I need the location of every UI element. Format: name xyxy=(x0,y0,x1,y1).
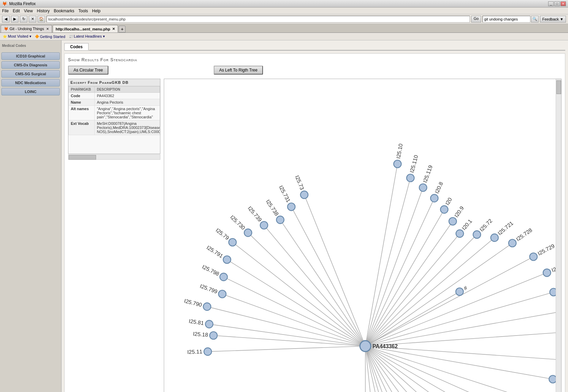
tree-node[interactable] xyxy=(491,234,498,241)
tree-node[interactable] xyxy=(260,221,268,229)
tab-codes[interactable]: Codes xyxy=(64,43,89,50)
tab-present-close[interactable]: ✕ xyxy=(112,27,115,31)
pharmgkb-container: Excerpt From PharmGKB DB PHARMGKB DESCRI… xyxy=(68,79,160,154)
tree-node[interactable] xyxy=(456,288,463,296)
tree-node[interactable] xyxy=(456,230,463,237)
tab-git-close[interactable]: ✕ xyxy=(46,27,49,31)
tree-node[interactable] xyxy=(223,256,231,263)
menu-edit[interactable]: Edit xyxy=(13,9,20,13)
latest-headlines-icon: 📰 xyxy=(69,35,73,38)
left-right-tree-button[interactable]: As Left To Rigth Tree xyxy=(214,66,263,75)
tree-node[interactable] xyxy=(210,332,217,339)
bookmark-most-visited[interactable]: ⭐ Most Visited ▾ xyxy=(3,34,31,39)
tree-node[interactable] xyxy=(449,218,457,225)
pharmgkb-key: Name xyxy=(69,99,95,106)
stop-button[interactable]: ✕ xyxy=(29,16,36,23)
node-label: I25.81 xyxy=(188,318,204,326)
feedback-button[interactable]: Feedback ▼ xyxy=(540,16,566,23)
tree-node[interactable] xyxy=(301,191,308,198)
tree-node[interactable] xyxy=(419,184,427,191)
node-label: I25.721 xyxy=(497,220,514,236)
node-label: I25.10 xyxy=(395,143,404,159)
tree-node[interactable] xyxy=(220,273,227,280)
menu-tools[interactable]: Tools xyxy=(78,9,88,13)
tree-node[interactable] xyxy=(473,231,480,238)
menu-bookmarks[interactable]: Bookmarks xyxy=(54,9,74,13)
bookmark-latest-headlines[interactable]: 📰 Latest Headlines ▾ xyxy=(69,34,105,39)
tree-node[interactable] xyxy=(219,290,226,298)
node-label: I25.728 xyxy=(515,227,533,242)
tree-node[interactable] xyxy=(276,216,284,223)
tree-scrollbar-v[interactable] xyxy=(556,79,561,392)
pharmgkb-key: Ext Vocab xyxy=(69,120,95,135)
sidebar-item-ndc[interactable]: NDC Medications xyxy=(1,79,60,87)
tree-node[interactable] xyxy=(204,348,211,355)
tree-node[interactable] xyxy=(508,239,516,247)
sidebar-item-cms-dx[interactable]: CMS-Dx Diagnosis xyxy=(1,61,60,69)
menubar: File Edit View History Bookmarks Tools H… xyxy=(0,8,568,14)
node-label: I25.738 xyxy=(265,198,280,217)
tree-node[interactable] xyxy=(229,238,236,246)
tree-edge xyxy=(264,225,365,346)
address-text: localhost/medicalcodes/src/present_menu.… xyxy=(48,17,126,21)
menu-help[interactable]: Help xyxy=(92,9,101,13)
tree-node[interactable] xyxy=(206,320,213,328)
node-label: I25.730 xyxy=(229,214,246,231)
center-node[interactable] xyxy=(360,341,371,352)
node-label: I25.799 xyxy=(199,283,219,295)
menu-view[interactable]: View xyxy=(24,9,33,13)
sidebar-item-cms-sg[interactable]: CMS-SG Surgical xyxy=(1,70,60,78)
tree-edge xyxy=(280,220,365,346)
node-label: I25.110 xyxy=(409,154,419,173)
sidebar-item-loinc[interactable]: LOINC xyxy=(1,88,60,95)
node-label: I25.18 xyxy=(193,331,208,338)
tree-node[interactable] xyxy=(244,229,252,236)
node-label: I20 xyxy=(444,197,453,206)
pharmgkb-scrollbar-h[interactable] xyxy=(68,154,160,160)
tree-edge xyxy=(365,346,530,392)
tree-edge xyxy=(222,294,365,346)
menu-history[interactable]: History xyxy=(37,9,50,13)
tree-node[interactable] xyxy=(203,303,211,310)
reload-button[interactable]: ↻ xyxy=(20,16,27,23)
node-label: I25.790 xyxy=(184,298,203,308)
toolbar: ◀ ▶ ↻ ✕ 🏠 localhost/medicalcodes/src/pre… xyxy=(0,14,568,24)
tree-edge xyxy=(213,336,365,346)
tab-present[interactable]: http://localho...sent_menu.php ✕ xyxy=(53,25,118,32)
window-controls[interactable]: _ □ ✕ xyxy=(548,1,566,6)
forward-button[interactable]: ▶ xyxy=(11,16,18,23)
pharmgkb-value: PA443362 xyxy=(95,93,160,99)
minimize-button[interactable]: _ xyxy=(548,1,554,6)
tabs-bar: 🦊 Git - Undoing Things ✕ http://localho.… xyxy=(0,24,568,33)
home-button[interactable]: 🏠 xyxy=(38,16,45,23)
search-input[interactable] xyxy=(483,16,530,23)
center-node-label: PA443362 xyxy=(372,343,398,349)
address-bar[interactable]: localhost/medicalcodes/src/present_menu.… xyxy=(47,16,470,23)
back-button[interactable]: ◀ xyxy=(2,16,10,23)
pharmgkb-key: Code xyxy=(69,93,95,99)
tree-node[interactable] xyxy=(288,203,295,210)
tree-node[interactable] xyxy=(440,206,448,213)
tree-node[interactable] xyxy=(394,160,401,168)
tree-node[interactable] xyxy=(431,194,438,202)
search-button[interactable]: 🔍 xyxy=(531,16,539,23)
bookmark-getting-started[interactable]: 🔶 Getting Started xyxy=(35,35,65,39)
restore-button[interactable]: □ xyxy=(554,1,560,6)
latest-headlines-label: Latest Headlines ▾ xyxy=(74,34,105,39)
tree-node[interactable] xyxy=(543,269,551,276)
circular-tree-button[interactable]: As Circular Tree xyxy=(68,66,108,75)
new-tab-button[interactable]: + xyxy=(119,26,126,32)
node-label: I20.8 xyxy=(434,181,444,194)
titlebar: 🦊 Mozilla Firefox _ □ ✕ xyxy=(0,0,568,8)
close-button[interactable]: ✕ xyxy=(560,1,566,6)
sidebar-item-icd10[interactable]: ICD10 Graphical xyxy=(1,52,60,60)
go-button[interactable]: Go xyxy=(471,16,481,23)
getting-started-icon: 🔶 xyxy=(35,35,39,38)
tab-git-label: 🦊 Git - Undoing Things xyxy=(4,27,44,31)
table-row: Ext VocabMeSH:D000787(Angina Pectoris),M… xyxy=(69,120,160,135)
tab-git[interactable]: 🦊 Git - Undoing Things ✕ xyxy=(1,25,52,32)
tree-node[interactable] xyxy=(407,174,414,182)
menu-file[interactable]: File xyxy=(2,9,9,13)
tree-node[interactable] xyxy=(530,253,537,260)
tree-svg: PA443362I25.10I25.110I25.119I20.8I20I20.… xyxy=(164,79,561,392)
